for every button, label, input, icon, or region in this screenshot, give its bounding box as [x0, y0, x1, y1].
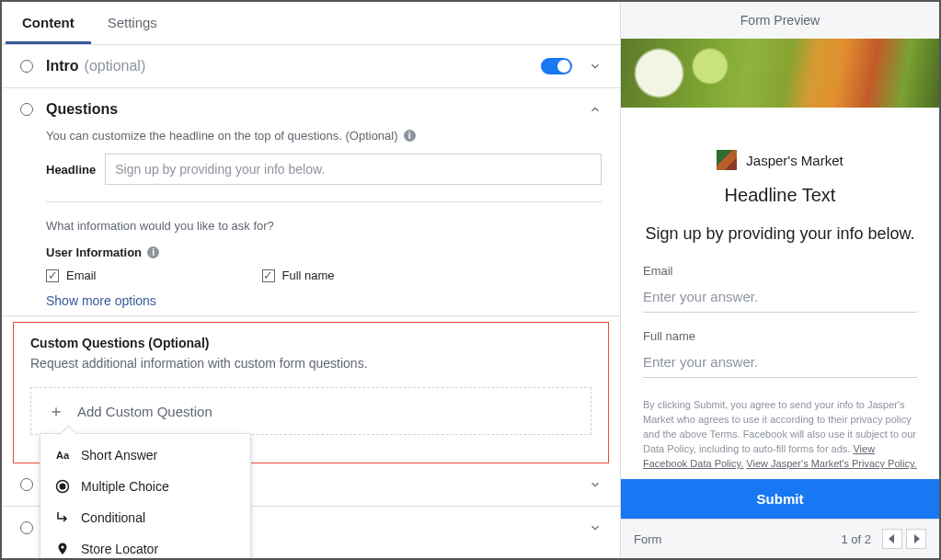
plus-icon: ＋: [48, 403, 64, 419]
legal-link-brand[interactable]: View Jasper's Market's Privacy Policy.: [746, 458, 916, 469]
user-info-header: User Information i: [46, 246, 602, 259]
add-custom-question[interactable]: ＋ Add Custom Question: [30, 387, 591, 435]
section-intro: Intro (optional): [2, 45, 620, 88]
chevron-down-icon[interactable]: [589, 60, 602, 73]
info-icon[interactable]: i: [404, 130, 416, 142]
pager-next[interactable]: [906, 529, 926, 549]
preview-signup-text: Sign up by providing your info below.: [639, 224, 921, 244]
brand-name: Jasper's Market: [746, 153, 843, 168]
custom-questions-box: Custom Questions (Optional) Request addi…: [13, 322, 609, 463]
svg-marker-4: [889, 534, 894, 543]
brand-logo: [717, 150, 737, 170]
headline-label: Headline: [46, 163, 96, 177]
dd-store-locator[interactable]: Store Locator: [40, 533, 250, 558]
submit-button[interactable]: Submit: [621, 479, 939, 519]
preview-email-input[interactable]: [643, 283, 917, 313]
chevron-up-icon[interactable]: [589, 103, 602, 116]
preview-headline: Headline Text: [621, 185, 939, 206]
custom-title: Custom Questions (Optional): [30, 336, 591, 350]
dd-short-answer[interactable]: Aa Short Answer: [40, 440, 250, 471]
questions-title: Questions: [46, 101, 118, 118]
svg-point-1: [60, 484, 66, 490]
custom-desc: Request additional information with cust…: [30, 356, 591, 371]
ask-text: What information would you like to ask f…: [46, 219, 602, 233]
checkbox-icon: ✓: [262, 269, 275, 282]
svg-marker-5: [914, 534, 920, 543]
intro-radio[interactable]: [20, 60, 33, 73]
tab-settings[interactable]: Settings: [91, 2, 174, 44]
pager-prev[interactable]: [882, 529, 902, 549]
section-radio: [20, 521, 33, 534]
preview-header: Form Preview: [621, 2, 939, 39]
hero-image: [621, 39, 939, 108]
svg-point-2: [61, 545, 63, 548]
intro-toggle[interactable]: [541, 58, 572, 74]
intro-optional: (optional): [85, 58, 146, 74]
questions-hint: You can customize the headline on the to…: [46, 129, 602, 143]
pager-label: Form: [634, 532, 661, 546]
chevron-down-icon: [589, 478, 602, 491]
questions-radio[interactable]: [20, 103, 33, 116]
tab-content[interactable]: Content: [6, 2, 91, 44]
preview-fullname-label: Full name: [643, 329, 917, 343]
check-email[interactable]: ✓ Email: [46, 269, 97, 282]
dd-multiple-choice[interactable]: Multiple Choice: [40, 471, 250, 502]
chevron-down-icon: [589, 521, 602, 534]
headline-input[interactable]: [105, 154, 602, 185]
check-fullname[interactable]: ✓ Full name: [262, 269, 335, 282]
pin-icon: [55, 542, 70, 556]
radio-icon: [55, 479, 70, 494]
preview-card: Jasper's Market Headline Text Sign up by…: [621, 39, 939, 519]
dd-conditional[interactable]: Conditional: [40, 502, 250, 533]
checkbox-icon: ✓: [46, 269, 59, 282]
pager-position: 1 of 2: [841, 532, 871, 546]
preview-fullname-input[interactable]: [643, 349, 917, 378]
question-type-dropdown: Aa Short Answer Multiple Choice Conditio…: [40, 433, 251, 558]
preview-email-label: Email: [643, 264, 917, 278]
tabs: Content Settings: [2, 2, 620, 45]
info-icon[interactable]: i: [147, 246, 159, 258]
section-questions: Questions You can customize the headline…: [2, 88, 620, 316]
pager: Form 1 of 2: [621, 519, 939, 558]
branch-icon: [55, 510, 70, 525]
legal-text: By clicking Submit, you agree to send yo…: [643, 398, 917, 472]
text-icon: Aa: [55, 448, 70, 463]
intro-title: Intro: [46, 58, 79, 74]
show-more-link[interactable]: Show more options: [46, 293, 602, 308]
section-radio: [20, 478, 33, 491]
